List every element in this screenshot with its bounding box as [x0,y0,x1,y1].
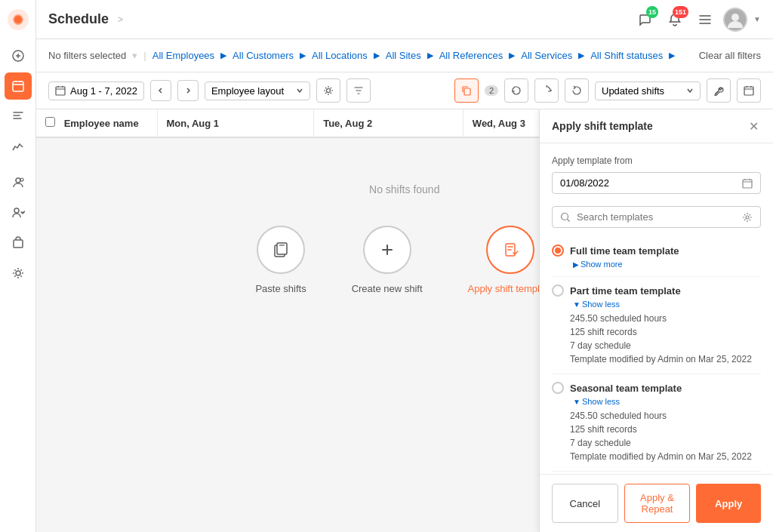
notification-button[interactable]: 151 [663,8,687,32]
svg-rect-18 [743,180,752,188]
apply-from-date-input[interactable] [552,172,761,194]
header-icons: 15 151 ▼ [633,8,761,32]
wrench-button[interactable] [707,78,731,103]
app-logo [5,6,32,33]
template-toggle-fulltime[interactable]: ▶ Show more [555,260,761,269]
filter-references[interactable]: All References [439,50,504,61]
panel-title: Apply shift template [552,120,653,132]
filter-sites[interactable]: All Sites [386,50,421,61]
svg-rect-7 [14,240,23,248]
template-list: Full time team template ▶ Show more Part… [552,237,761,472]
sidebar-item-jobs[interactable] [5,229,32,257]
calendar-button[interactable] [737,78,761,103]
app-header: Schedule > 15 151 ▼ [36,0,773,39]
svg-point-6 [14,208,19,213]
filter-employees[interactable]: All Employees [152,50,214,61]
sidebar-item-reports[interactable] [5,133,32,160]
svg-point-1 [14,16,22,23]
refresh-button[interactable] [565,78,589,103]
detail-hours-parttime: 245.50 scheduled hours [570,312,761,325]
main-content: Schedule > 15 151 ▼ No filters selected … [36,0,773,532]
sidebar-item-schedule[interactable] [5,72,32,100]
detail-modified-parttime: Template modified by Admin on Mar 25, 20… [570,352,761,366]
menu-button[interactable] [693,8,717,32]
copy-button[interactable] [454,78,479,103]
copy-count: 2 [485,85,498,96]
column-mon: Mon, Aug 1 [157,109,314,137]
template-header-parttime: Part time team template [552,284,761,297]
svg-point-19 [562,213,568,220]
clear-all-filters[interactable]: Clear all filters [699,50,761,61]
svg-point-20 [746,216,749,219]
user-avatar[interactable] [723,8,747,32]
search-templates-input[interactable] [577,211,736,223]
column-employee: Employee name [36,109,157,137]
svg-rect-13 [464,88,470,95]
svg-rect-3 [13,81,23,91]
undo-button[interactable] [504,78,528,103]
schedule-area: Employee name Mon, Aug 1 Tue, Aug 2 Wed,… [36,109,773,532]
filter-button[interactable] [346,78,371,103]
template-header-seasonal: Seasonal team template [552,382,761,394]
template-toggle-parttime[interactable]: ▼ Show less [555,300,761,309]
sidebar-item-clients[interactable] [5,199,32,226]
template-toggle-seasonal[interactable]: ▼ Show less [555,397,761,406]
next-week-button[interactable] [177,80,199,101]
prev-week-button[interactable] [150,80,171,101]
detail-hours-seasonal: 245.50 scheduled hours [570,409,761,423]
sidebar-item-tasks[interactable] [5,103,32,130]
svg-point-12 [326,89,330,93]
svg-rect-11 [56,87,65,95]
search-settings-icon[interactable] [742,212,753,223]
redo-button[interactable] [534,78,559,103]
layout-select[interactable]: Employee layout [205,81,310,100]
sidebar-item-settings[interactable] [5,260,32,287]
template-item-parttime: Part time team template ▼ Show less 245.… [552,277,761,374]
detail-days-parttime: 7 day schedule [570,339,761,352]
svg-point-4 [16,178,20,183]
template-details-seasonal: 245.50 scheduled hours 125 shift records… [552,406,761,463]
detail-records-parttime: 125 shift records [570,325,761,339]
apply-button[interactable]: Apply [696,484,761,523]
avatar-chevron[interactable]: ▼ [753,15,761,23]
column-tue: Tue, Aug 2 [314,109,463,137]
paste-shifts-action[interactable]: Paste shifts [255,226,306,294]
template-radio-seasonal[interactable] [552,382,564,394]
select-all-checkbox[interactable] [45,117,55,127]
breadcrumb: > [118,14,123,25]
template-radio-fulltime[interactable] [552,244,564,257]
no-filters-label[interactable]: No filters selected [48,50,126,61]
filters-bar: No filters selected ▾ | All Employees ▶ … [36,39,773,72]
panel-close-button[interactable]: ✕ [746,118,761,134]
layout-settings-button[interactable] [316,78,340,103]
svg-rect-16 [277,243,287,254]
search-templates-row[interactable] [552,206,761,228]
template-name-seasonal: Seasonal team template [570,383,682,394]
filter-locations[interactable]: All Locations [312,50,368,61]
svg-point-10 [731,14,739,21]
sidebar-item-team[interactable] [5,169,32,196]
panel-body: Apply template from Full t [540,143,773,474]
status-select[interactable]: Updated shifts [595,81,701,100]
date-input-field[interactable] [560,177,736,189]
layout-value: Employee layout [211,85,284,97]
template-radio-parttime[interactable] [552,284,564,297]
sidebar-item-home[interactable] [5,42,32,69]
date-range-value: Aug 1 - 7, 2022 [70,85,137,97]
cancel-button[interactable]: Cancel [552,484,618,523]
filter-shift-statuses[interactable]: All Shift statuses [590,50,663,61]
svg-rect-14 [744,87,753,95]
create-shift-action[interactable]: Create new shift [352,226,423,294]
filter-customers[interactable]: All Customers [233,50,294,61]
filter-services[interactable]: All Services [521,50,572,61]
panel-footer: Cancel Apply & Repeat Apply [540,474,773,532]
apply-from-label: Apply template from [552,155,761,166]
date-range-picker[interactable]: Aug 1 - 7, 2022 [48,81,144,100]
paste-shifts-label: Paste shifts [255,283,306,294]
template-item-seasonal: Seasonal team template ▼ Show less 245.5… [552,374,761,472]
detail-days-seasonal: 7 day schedule [570,436,761,450]
template-header-fulltime: Full time team template [552,244,761,257]
template-name-fulltime: Full time team template [570,245,679,257]
chat-button[interactable]: 15 [633,8,657,32]
apply-repeat-button[interactable]: Apply & Repeat [624,484,691,523]
